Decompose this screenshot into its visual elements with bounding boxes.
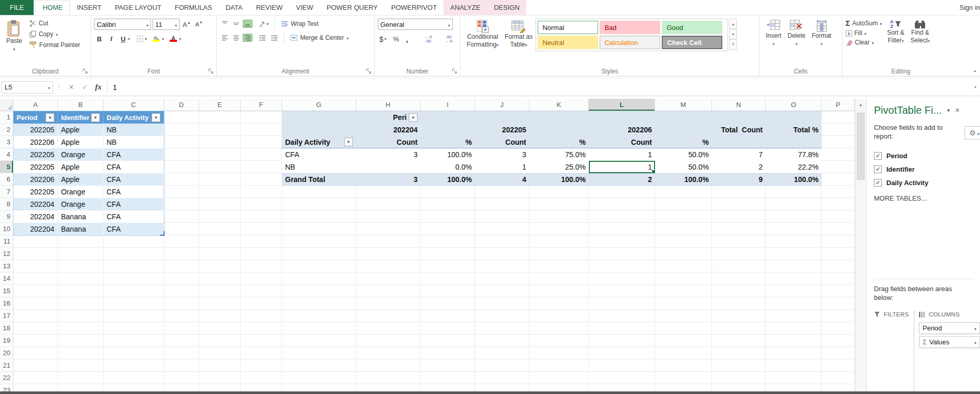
cell-A4[interactable]: 202205 bbox=[13, 148, 58, 161]
cell-K22[interactable] bbox=[529, 372, 589, 384]
cell-I19[interactable] bbox=[421, 335, 475, 347]
cell-F18[interactable] bbox=[241, 322, 282, 335]
cell-J23[interactable] bbox=[475, 384, 529, 391]
cell-G23[interactable] bbox=[282, 384, 356, 391]
cell-I5[interactable]: 0.0% bbox=[421, 161, 475, 173]
align-left-button[interactable] bbox=[220, 34, 230, 42]
sign-in-link[interactable]: Sign in bbox=[959, 0, 980, 15]
cell-M20[interactable] bbox=[655, 347, 712, 359]
row-header-15[interactable]: 15 bbox=[0, 285, 13, 297]
cell-N4[interactable]: 7 bbox=[712, 148, 766, 161]
column-header-A[interactable]: A bbox=[13, 99, 58, 111]
cell-N3[interactable] bbox=[712, 136, 766, 148]
cell-A23[interactable] bbox=[13, 384, 58, 391]
cell-F19[interactable] bbox=[241, 335, 282, 347]
cell-J3[interactable]: Count bbox=[475, 136, 529, 148]
cell-P22[interactable] bbox=[822, 372, 855, 384]
cell-A19[interactable] bbox=[13, 335, 58, 347]
row-header-22[interactable]: 22 bbox=[0, 372, 13, 384]
cell-M16[interactable] bbox=[655, 297, 712, 310]
pill-period[interactable]: Period bbox=[919, 322, 980, 334]
cell-O21[interactable] bbox=[766, 359, 822, 372]
cell-N23[interactable] bbox=[712, 384, 766, 391]
cell-L9[interactable] bbox=[589, 210, 655, 223]
cell-I4[interactable]: 100.0% bbox=[421, 148, 475, 161]
cell-L7[interactable] bbox=[589, 186, 655, 198]
cell-P23[interactable] bbox=[822, 384, 855, 391]
cell-C2[interactable]: NB bbox=[103, 124, 164, 136]
cell-N21[interactable] bbox=[712, 359, 766, 372]
cell-G3[interactable]: Daily Activity bbox=[282, 136, 356, 148]
insert-cells-button[interactable]: Insert bbox=[763, 19, 784, 66]
cell-M19[interactable] bbox=[655, 335, 712, 347]
style-chip-normal[interactable]: Normal bbox=[538, 21, 598, 34]
filter-dropdown-icon[interactable] bbox=[344, 138, 353, 146]
cell-E22[interactable] bbox=[199, 372, 241, 384]
cell-G18[interactable] bbox=[282, 322, 356, 335]
cell-A5[interactable]: 202205 bbox=[13, 161, 58, 173]
cell-C23[interactable] bbox=[103, 384, 164, 391]
accounting-format-button[interactable]: $ bbox=[378, 34, 388, 44]
cell-H8[interactable] bbox=[356, 198, 421, 210]
cell-F13[interactable] bbox=[241, 260, 282, 272]
cell-D17[interactable] bbox=[164, 310, 199, 322]
cell-J7[interactable] bbox=[475, 186, 529, 198]
tools-button[interactable]: ⚙ bbox=[964, 126, 980, 140]
cell-J2[interactable]: 202205 bbox=[475, 124, 529, 136]
cell-I14[interactable] bbox=[421, 272, 475, 285]
top-align-button[interactable] bbox=[220, 20, 230, 28]
style-chip-check-cell[interactable]: Check Cell bbox=[662, 36, 722, 49]
cell-L16[interactable] bbox=[589, 297, 655, 310]
cell-M23[interactable] bbox=[655, 384, 712, 391]
cell-G7[interactable] bbox=[282, 186, 356, 198]
filter-dropdown-icon[interactable] bbox=[91, 113, 100, 122]
cell-F15[interactable] bbox=[241, 285, 282, 297]
clear-button[interactable]: Clear bbox=[845, 39, 882, 46]
wrap-text-button[interactable]: Wrap Text bbox=[279, 19, 321, 28]
cell-H3[interactable]: Count bbox=[356, 136, 421, 148]
cell-L23[interactable] bbox=[589, 384, 655, 391]
cell-D13[interactable] bbox=[164, 260, 199, 272]
cell-O22[interactable] bbox=[766, 372, 822, 384]
cell-G2[interactable] bbox=[282, 124, 356, 136]
cell-J11[interactable] bbox=[475, 235, 529, 248]
cell-N11[interactable] bbox=[712, 235, 766, 248]
cell-L5[interactable]: 1 bbox=[589, 161, 655, 173]
cell-K14[interactable] bbox=[529, 272, 589, 285]
insert-function-button[interactable]: fx bbox=[92, 81, 105, 93]
tab-data[interactable]: DATA bbox=[219, 0, 249, 15]
cell-C21[interactable] bbox=[103, 359, 164, 372]
cell-N14[interactable] bbox=[712, 272, 766, 285]
cell-I1[interactable] bbox=[421, 111, 475, 124]
cell-N13[interactable] bbox=[712, 260, 766, 272]
cell-A17[interactable] bbox=[13, 310, 58, 322]
column-header-N[interactable]: N bbox=[712, 99, 766, 111]
cell-P1[interactable] bbox=[822, 111, 855, 124]
cell-P6[interactable] bbox=[822, 173, 855, 186]
cell-J16[interactable] bbox=[475, 297, 529, 310]
grow-font-button[interactable]: A▲ bbox=[181, 20, 192, 29]
cell-O8[interactable] bbox=[766, 198, 822, 210]
cell-E1[interactable] bbox=[199, 111, 241, 124]
cell-H1[interactable]: Peri bbox=[356, 111, 421, 124]
cell-H14[interactable] bbox=[356, 272, 421, 285]
column-header-O[interactable]: O bbox=[766, 99, 822, 111]
checkbox-checked-icon[interactable] bbox=[874, 152, 882, 160]
cell-A2[interactable]: 202205 bbox=[13, 124, 58, 136]
cell-M18[interactable] bbox=[655, 322, 712, 335]
cell-L4[interactable]: 1 bbox=[589, 148, 655, 161]
cell-B2[interactable]: Apple bbox=[58, 124, 103, 136]
cell-E13[interactable] bbox=[199, 260, 241, 272]
cell-I22[interactable] bbox=[421, 372, 475, 384]
cell-F23[interactable] bbox=[241, 384, 282, 391]
filter-dropdown-icon[interactable] bbox=[152, 113, 160, 122]
cell-B21[interactable] bbox=[58, 359, 103, 372]
cell-C12[interactable] bbox=[103, 248, 164, 260]
copy-button[interactable]: Copy bbox=[27, 29, 82, 39]
cell-N6[interactable]: 9 bbox=[712, 174, 766, 185]
cell-B18[interactable] bbox=[58, 322, 103, 335]
tab-power-query[interactable]: POWER QUERY bbox=[320, 0, 384, 15]
cell-F22[interactable] bbox=[241, 372, 282, 384]
field-item-period[interactable]: Period bbox=[874, 149, 980, 162]
cell-N8[interactable] bbox=[712, 198, 766, 210]
